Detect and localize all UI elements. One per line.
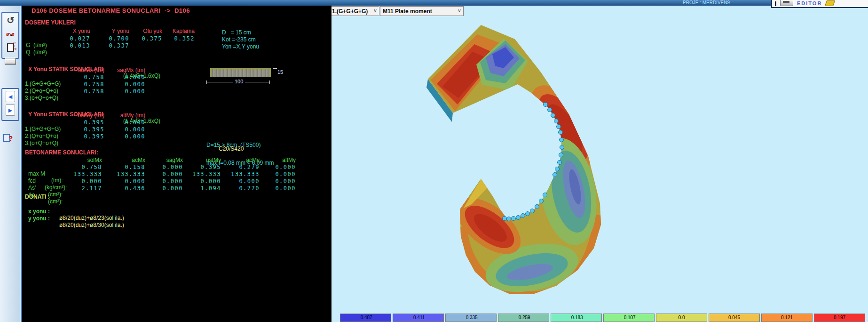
- table-row: As (cm²): 2.117 0.436 0.000 1.094 0.770 …: [22, 185, 331, 192]
- toolbar-group-edit: ↻ ø↘ø +td+b: [1, 12, 19, 59]
- table-row: 3.(o+Q+o+Q) 0.395 0.000 max.f=0.08 mm < …: [22, 133, 331, 140]
- slab-direction-info: Yon =X,Y yonu: [222, 43, 259, 50]
- section-cover-button[interactable]: +td+b: [4, 41, 17, 54]
- table-row: max M (tm): 0.758 0.158 0.000 0.395 0.27…: [22, 164, 331, 171]
- legend-item: 0.0: [656, 314, 707, 322]
- loads-heading: DOSEME YUKLERI: [25, 19, 76, 26]
- tick-mark-icon: [775, 1, 776, 6]
- design-col-header: altMy: [22, 157, 296, 163]
- table-row: x yonu : ø8/20(duz)+ø8/23(sol ila.): [22, 201, 331, 209]
- legend-item: -0.335: [445, 314, 497, 322]
- rebar-x-value: ø8/20(duz)+ø8/23(sol ila.): [59, 215, 124, 221]
- help-button[interactable]: ?: [1, 132, 15, 144]
- thickness-check: D=15 > 8cm (TS500): [206, 142, 260, 148]
- table-row: fcd (kg/cm²): 133.333 133.333 0.000 133.…: [22, 171, 331, 178]
- editor-label: EDITOR: [797, 0, 822, 6]
- slab-thickness-info: D = 15 cm: [222, 29, 251, 36]
- left-toolbar: ↻ ø↘ø +td+b ◀ ▶ ?: [0, 6, 20, 322]
- height-dim-ticks: [273, 68, 277, 77]
- chevron-down-icon: ∨: [458, 8, 461, 14]
- app-window: PROJE : MERDIVEN9 EDITOR ↻ ø↘ø +td+b ◀ ▶…: [0, 0, 868, 322]
- next-page-button[interactable]: ▶: [4, 104, 17, 116]
- cell: 0.000: [22, 81, 145, 88]
- cell: 0.000: [22, 164, 296, 170]
- slab-layers-button[interactable]: [4, 55, 17, 67]
- project-title: PROJE : MERDIVEN9: [683, 0, 730, 5]
- previous-page-button[interactable]: ◀: [4, 90, 17, 103]
- table-row: 2.(Q+o+Q+o) 0.758 0.000: [22, 81, 331, 88]
- legend-item: -0.259: [498, 314, 549, 322]
- x-col-header: sagMx (tm): [22, 67, 145, 73]
- cell: 0.000: [22, 88, 145, 95]
- undo-icon: ↻: [7, 15, 15, 26]
- legend-item: -0.487: [340, 314, 391, 322]
- legend-item: 0.121: [761, 314, 813, 322]
- contour-patches: [401, 15, 636, 316]
- load-case-combobox[interactable]: 1.(G+G+G+G) ∨: [329, 6, 379, 16]
- results-report-panel: D106 DOSEME BETONARME SONUCLARI -> D106 …: [21, 6, 331, 322]
- cell: 0.000: [22, 178, 296, 185]
- cover-marks-icon: +td+b: [13, 42, 16, 50]
- result-type-combobox[interactable]: M11 Plate moment ∨: [380, 6, 464, 16]
- cell: 0.000: [22, 74, 145, 80]
- window-title-bar: [0, 0, 868, 6]
- table-row: 1.(G+G+G+G) 0.758 0.000: [22, 74, 331, 81]
- cell: 0.000: [22, 126, 145, 133]
- rebar-diameter-button[interactable]: ø↘ø: [4, 28, 17, 40]
- cell: 0.000: [22, 133, 145, 140]
- editor-button[interactable]: [780, 0, 793, 6]
- page-back-icon: ◀: [6, 91, 15, 102]
- y-col-header: altMy (tm): [22, 112, 145, 119]
- design-heading: BETONARME SONUCLARI:: [25, 149, 98, 156]
- pencil-icon: [825, 0, 835, 6]
- cell: 0.000: [22, 185, 296, 192]
- legend-item: -0.411: [393, 314, 444, 322]
- slab-section-sketch: [210, 68, 271, 77]
- section-height-label: 15: [277, 69, 283, 75]
- undo-button[interactable]: ↻: [4, 14, 17, 26]
- slab-level-info: Kot =-235 cm: [222, 36, 256, 43]
- rebar-y-label: y yonu :: [28, 215, 50, 222]
- rebar-heading: DONATI :: [25, 193, 49, 200]
- table-row: 2.(Q+o+Q+o) 0.395 0.000: [22, 126, 331, 133]
- table-row: 3.(o+Q+o+Q) 0.758 0.000: [22, 88, 331, 95]
- cell: 0.000: [22, 171, 296, 177]
- legend-item: 0.045: [709, 314, 760, 322]
- result-type-value: M11 Plate moment: [383, 8, 432, 15]
- page-forward-icon: ▶: [6, 105, 15, 116]
- question-mark-icon: ?: [8, 134, 13, 142]
- layers-icon: [5, 58, 16, 64]
- report-title: D106 DOSEME BETONARME SONUCLARI -> D106: [32, 7, 190, 14]
- slab-moment-contour-plot: [331, 6, 868, 322]
- legend-item: 0.197: [814, 314, 865, 322]
- toolbar-group-nav: ◀ ▶: [1, 88, 19, 121]
- editor-panel[interactable]: EDITOR: [771, 0, 868, 8]
- diameter-icon: ø: [12, 32, 15, 37]
- chevron-down-icon: ∨: [373, 8, 377, 14]
- legend-item: -0.183: [551, 314, 602, 322]
- table-row: y yonu : ø8/20(duz)+ø8/30(sol ila.): [22, 209, 331, 216]
- load-case-value: 1.(G+G+G+G): [332, 8, 368, 15]
- cell: 0.000: [22, 119, 145, 126]
- legend-item: -0.107: [603, 314, 655, 322]
- model-view-3d[interactable]: 1.(G+G+G+G) ∨ M11 Plate moment ∨ -0.487 …: [331, 6, 868, 322]
- rebar-y-value: ø8/20(duz)+ø8/30(sol ila.): [59, 222, 124, 228]
- section-width-label: 100: [233, 79, 245, 84]
- table-row: As' (cm²): 0.000 0.000 0.000 0.000 0.000…: [22, 178, 331, 185]
- table-row: 1.(G+G+G+G) 0.395 0.000 C20/S420: [22, 119, 331, 126]
- row-label: 3.(o+Q+o+Q): [25, 95, 58, 101]
